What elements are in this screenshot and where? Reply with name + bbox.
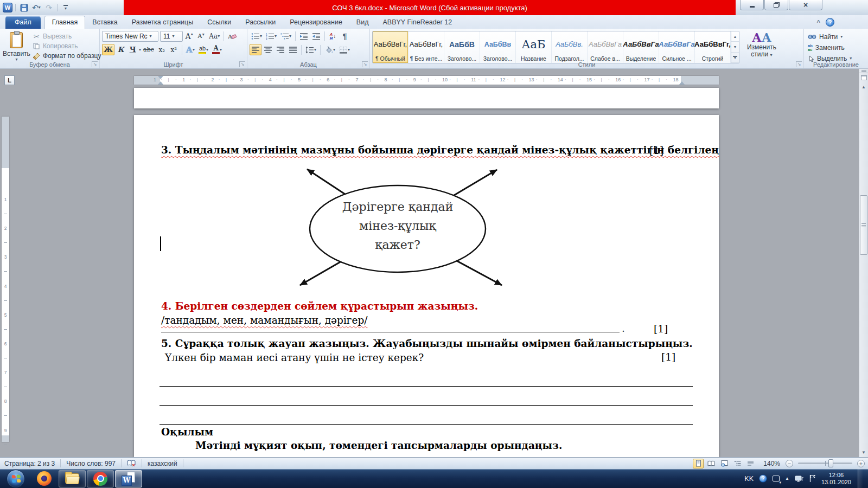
style-Строгий[interactable]: АаБбВвГг,Строгий <box>695 31 731 63</box>
justify-button[interactable] <box>287 44 299 55</box>
tab-selector-button[interactable]: L <box>4 75 15 85</box>
font-color-button[interactable]: А ▾ <box>210 44 224 55</box>
help-icon[interactable]: ? <box>826 18 834 27</box>
align-center-button[interactable] <box>262 44 274 55</box>
tab-ABBYY FineReader 12[interactable]: ABBYY FineReader 12 <box>375 16 459 29</box>
tray-clock[interactable]: 12:06 13.01.2020 <box>821 472 851 486</box>
tab-Разметка страницы[interactable]: Разметка страницы <box>125 16 200 29</box>
style-Подзагол...[interactable]: АаБбВв.Подзагол... <box>552 31 588 63</box>
view-web-layout-button[interactable] <box>719 459 730 468</box>
close-button[interactable]: × <box>789 0 822 10</box>
tab-Главная[interactable]: Главная <box>44 16 86 29</box>
replace-button[interactable]: abас Заменить <box>806 43 866 53</box>
show-formatting-marks-button[interactable]: ¶ <box>339 30 350 42</box>
taskbar-explorer-button[interactable] <box>59 470 86 487</box>
restore-button[interactable] <box>764 0 788 10</box>
tray-app-icon[interactable] <box>773 476 780 481</box>
style-¶ Без инте...[interactable]: АаБбВвГг,¶ Без инте... <box>409 31 444 63</box>
taskbar-word-button[interactable]: W <box>115 470 142 487</box>
scrollbar-split-handle[interactable] <box>859 69 868 73</box>
scroll-down-button[interactable]: ▼ <box>859 448 868 457</box>
start-button[interactable] <box>7 470 25 488</box>
page-1-bottom[interactable] <box>134 88 719 108</box>
tray-network-icon[interactable] <box>795 475 803 483</box>
answer-rule-1[interactable] <box>159 386 693 387</box>
change-case-button[interactable]: Аа▾ <box>207 30 221 42</box>
sort-button[interactable]: АЯ↓ <box>327 30 339 42</box>
zoom-slider[interactable] <box>798 463 852 464</box>
tab-Файл[interactable]: Файл <box>5 16 41 29</box>
gallery-up-button[interactable]: ▲ <box>731 31 739 42</box>
multilevel-list-button[interactable]: ▾ <box>279 30 293 42</box>
proofing-status-icon[interactable]: × <box>125 460 138 467</box>
font-dialog-launcher[interactable]: ↘ <box>239 61 245 67</box>
text-effects-button[interactable]: А▾ <box>184 44 196 55</box>
copy-button[interactable]: Копировать <box>31 41 103 51</box>
underline-button[interactable]: Ч <box>127 44 138 55</box>
styles-dialog-launcher[interactable]: ↘ <box>796 61 802 67</box>
style-Название[interactable]: АаБНазвание <box>516 31 552 63</box>
view-print-layout-button[interactable] <box>693 459 704 468</box>
view-fullscreen-reading-button[interactable] <box>706 459 717 468</box>
font-size-combo[interactable]: 11▾ <box>160 31 183 42</box>
zoom-percent-label[interactable]: 140% <box>763 460 780 467</box>
style-Слабое в...[interactable]: АаБбВвГаСлабое в... <box>588 31 623 63</box>
tray-language-indicator[interactable]: KK <box>744 475 754 483</box>
gallery-down-button[interactable]: ▼ <box>731 42 739 52</box>
borders-button[interactable]: ▾ <box>337 44 352 55</box>
font-family-combo[interactable]: Times New Rc▾ <box>102 31 158 42</box>
hanging-indent-marker[interactable] <box>158 81 163 85</box>
answer-rule-3[interactable] <box>159 424 693 425</box>
minimize-button[interactable] <box>740 0 764 10</box>
save-button[interactable] <box>18 2 29 13</box>
taskbar-chrome-button[interactable] <box>87 470 114 487</box>
ruler-toggle-button[interactable] <box>859 73 868 82</box>
tab-Вставка[interactable]: Вставка <box>85 16 124 29</box>
status-word-count[interactable]: Число слов: 997 <box>64 460 118 467</box>
change-styles-button[interactable]: АА Изменить стили ▾ <box>742 31 781 58</box>
shrink-font-button[interactable]: А▾ <box>195 30 207 42</box>
answer-rule-2[interactable] <box>159 405 693 406</box>
underline-dropdown-icon[interactable]: ▾ <box>139 48 141 52</box>
bullets-button[interactable]: ▾ <box>250 30 264 42</box>
status-page-indicator[interactable]: Страница: 2 из 3 <box>0 460 57 467</box>
first-line-indent-marker[interactable] <box>158 76 163 79</box>
tab-Рассылки[interactable]: Рассылки <box>238 16 283 29</box>
answer-line[interactable] <box>161 321 620 332</box>
strikethrough-button[interactable]: abc <box>142 44 156 55</box>
tab-Рецензирование[interactable]: Рецензирование <box>283 16 349 29</box>
tray-show-hidden-button[interactable]: ▲ <box>785 476 789 481</box>
v-scrollbar[interactable]: ▲ ▼ <box>859 69 868 457</box>
shading-button[interactable]: ▾ <box>323 44 337 55</box>
style-Сильное ...[interactable]: АаБбВвГаСильное ... <box>659 31 695 63</box>
word-app-icon[interactable]: W <box>3 3 12 12</box>
increase-indent-button[interactable] <box>310 30 322 42</box>
superscript-button[interactable]: х² <box>168 44 180 55</box>
paragraph-dialog-launcher[interactable]: ↘ <box>362 61 368 67</box>
clear-formatting-button[interactable]: А <box>226 30 238 42</box>
align-left-button[interactable] <box>250 44 261 55</box>
tab-Вид[interactable]: Вид <box>349 16 376 29</box>
line-spacing-button[interactable]: ▾ <box>304 44 318 55</box>
decrease-indent-button[interactable] <box>298 30 310 42</box>
clipboard-dialog-launcher[interactable]: ↘ <box>92 61 98 67</box>
style-Заголово...[interactable]: АаБбВвЗаголово... <box>480 31 516 63</box>
bold-button[interactable]: Ж <box>102 44 114 55</box>
highlight-button[interactable]: ab ▾ <box>197 44 210 55</box>
v-ruler[interactable]: 123456789 <box>2 117 9 442</box>
right-indent-marker[interactable] <box>679 81 685 85</box>
zoom-slider-thumb[interactable] <box>828 459 833 467</box>
status-language[interactable]: казахский <box>145 460 180 467</box>
taskbar-firefox-button[interactable] <box>30 470 58 487</box>
zoom-in-button[interactable]: + <box>857 460 865 467</box>
view-draft-button[interactable] <box>745 459 756 468</box>
style-Выделение[interactable]: АаБбВвГаВыделение <box>623 31 659 63</box>
undo-button[interactable]: ↶▾ <box>31 2 42 13</box>
zoom-out-button[interactable]: − <box>786 460 793 467</box>
show-desktop-button[interactable] <box>858 469 863 488</box>
tray-action-center-icon[interactable] <box>809 474 816 483</box>
numbering-button[interactable]: 123▾ <box>264 30 278 42</box>
subscript-button[interactable]: х₂ <box>156 44 168 55</box>
grow-font-button[interactable]: А▴ <box>183 30 195 42</box>
format-painter-button[interactable]: Формат по образцу <box>31 51 103 61</box>
